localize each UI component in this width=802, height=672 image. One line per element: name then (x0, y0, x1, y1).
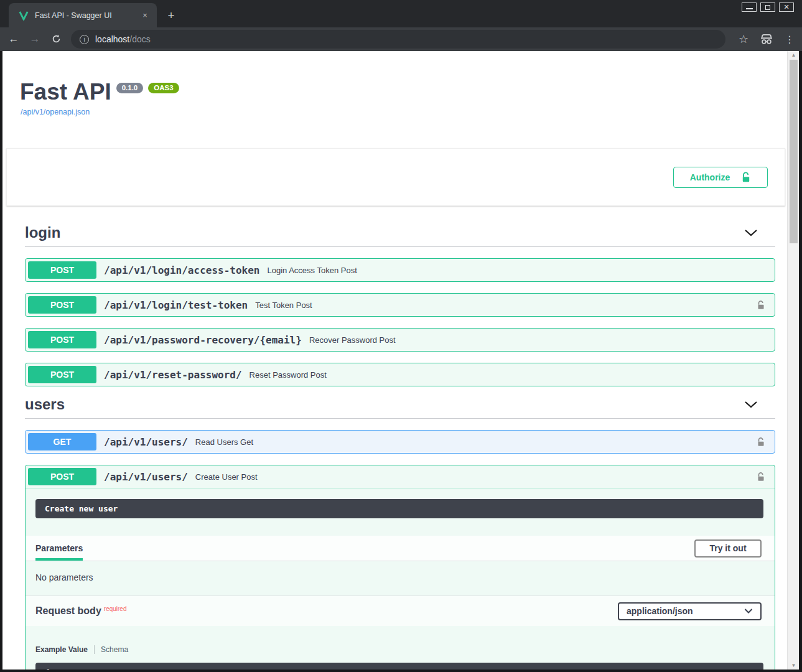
section-rows: POST /api/v1/login/access-token Login Ac… (25, 258, 775, 386)
new-tab-button[interactable]: + (163, 7, 179, 24)
unlocked-padlock-icon (757, 437, 765, 447)
auth-lock-button[interactable] (757, 437, 767, 447)
window-close-button[interactable]: ✕ (779, 2, 794, 12)
version-badge: 0.1.0 (116, 83, 144, 93)
endpoint-opblock: POST /api/v1/login/test-token Test Token… (25, 293, 775, 317)
method-badge: POST (28, 366, 96, 383)
openapi-spec-link[interactable]: /api/v1/openapi.json (21, 108, 90, 116)
auth-lock-button[interactable] (757, 300, 767, 310)
browser-window: Fast API - Swagger UI × + ✕ ← → i localh… (0, 0, 802, 672)
back-button[interactable]: ← (6, 32, 21, 47)
model-example-tabs: Example Value Schema (35, 645, 128, 654)
section-rows: GET /api/v1/users/ Read Users Get POST /… (25, 430, 775, 670)
endpoint-opblock: POST /api/v1/login/access-token Login Ac… (25, 258, 775, 282)
tab-close-icon[interactable]: × (139, 10, 151, 21)
endpoint-opblock: POST /api/v1/reset-password/ Reset Passw… (25, 363, 775, 386)
window-minimize-button[interactable] (742, 2, 757, 12)
swagger-page: Fast API 0.1.0 OAS3 /api/v1/openapi.json… (2, 51, 787, 670)
endpoint-path: /api/v1/login/access-token (104, 264, 259, 276)
tab-title: Fast API - Swagger UI (35, 11, 139, 20)
url-text[interactable]: localhost/docs (95, 34, 151, 44)
oas3-badge: OAS3 (148, 83, 179, 93)
endpoint-opblock: POST /api/v1/users/ Create User Post Cre… (25, 465, 775, 670)
request-body-text: Request body (35, 605, 101, 616)
section-header[interactable]: login (25, 220, 775, 245)
fastapi-favicon-icon (19, 11, 29, 21)
method-badge: POST (28, 261, 96, 279)
parameters-tab[interactable]: Parameters (35, 543, 83, 553)
section-divider (25, 418, 775, 419)
scrollbar-up-arrow[interactable]: ▲ (788, 51, 800, 59)
method-badge: POST (28, 468, 96, 485)
endpoint-description: Reset Password Post (249, 370, 767, 380)
authorize-button[interactable]: Authorize (673, 167, 768, 188)
chevron-down-icon[interactable] (744, 229, 758, 236)
section-title: login (25, 224, 744, 241)
chevron-down-icon[interactable] (744, 401, 758, 408)
section-title: users (25, 396, 744, 413)
content-type-select[interactable]: application/json (618, 602, 762, 620)
bookmark-star-icon[interactable]: ☆ (735, 32, 752, 46)
endpoint-opblock: POST /api/v1/password-recovery/{email} R… (25, 328, 775, 352)
endpoint-summary[interactable]: POST /api/v1/reset-password/ Reset Passw… (26, 363, 775, 386)
parameters-header: Parameters Try it out (26, 536, 775, 561)
incognito-icon (757, 34, 776, 45)
method-badge: POST (28, 331, 96, 348)
opblock-body: Create new user Parameters Try it out No… (26, 488, 775, 670)
forward-button[interactable]: → (27, 32, 42, 47)
request-body-row: Request bodyrequired application/json (26, 595, 775, 626)
scrollbar-thumb[interactable] (790, 60, 798, 243)
browser-toolbar: ← → i localhost/docs ☆ ⋮ (0, 27, 802, 51)
api-title: Fast API 0.1.0 OAS3 (20, 79, 179, 105)
tab-strip: Fast API - Swagger UI × + ✕ (0, 0, 802, 27)
endpoint-description: Create User Post (195, 472, 757, 482)
page-info-icon[interactable]: i (80, 35, 89, 44)
window-maximize-button[interactable] (760, 2, 775, 12)
maximize-icon (765, 5, 770, 10)
request-body-label: Request bodyrequired (35, 605, 127, 617)
url-host: localhost (95, 34, 129, 44)
required-label: required (104, 605, 127, 612)
endpoint-path: /api/v1/users/ (104, 471, 188, 483)
scrollbar-down-arrow[interactable]: ▼ (788, 661, 800, 670)
endpoint-path: /api/v1/users/ (104, 436, 188, 448)
api-title-text: Fast API (20, 79, 111, 105)
try-it-out-button[interactable]: Try it out (694, 539, 762, 558)
operation-description: Create new user (35, 499, 763, 518)
endpoint-summary[interactable]: POST /api/v1/users/ Create User Post (26, 465, 775, 488)
endpoint-description: Login Access Token Post (267, 266, 767, 275)
endpoint-summary[interactable]: GET /api/v1/users/ Read Users Get (26, 431, 775, 453)
endpoint-description: Test Token Post (255, 301, 757, 310)
content-type-value: application/json (627, 606, 693, 616)
scheme-container: Authorize (6, 148, 785, 206)
reload-icon (51, 34, 62, 44)
unlocked-padlock-icon (741, 172, 751, 183)
endpoint-path: /api/v1/login/test-token (104, 299, 248, 311)
endpoint-summary[interactable]: POST /api/v1/password-recovery/{email} R… (26, 329, 775, 351)
toolbar-right-icons: ☆ ⋮ (735, 32, 802, 46)
authorize-label: Authorize (690, 172, 730, 182)
endpoint-description: Read Users Get (195, 437, 757, 447)
unlocked-padlock-icon (757, 472, 765, 482)
endpoint-summary[interactable]: POST /api/v1/login/access-token Login Ac… (26, 259, 775, 281)
method-badge: GET (28, 433, 96, 450)
browser-menu-icon[interactable]: ⋮ (782, 34, 797, 45)
schema-tab[interactable]: Schema (101, 645, 128, 654)
url-path: /docs (129, 34, 150, 44)
browser-tab[interactable]: Fast API - Swagger UI × (9, 3, 157, 27)
page-scrollbar[interactable]: ▲ ▼ (787, 51, 799, 670)
section-divider (25, 246, 775, 247)
tab-separator (94, 645, 95, 654)
example-value-tab[interactable]: Example Value (35, 645, 88, 654)
example-code-block[interactable]: { (35, 663, 763, 670)
endpoint-opblock: GET /api/v1/users/ Read Users Get (25, 430, 775, 454)
method-badge: POST (28, 296, 96, 314)
endpoint-summary[interactable]: POST /api/v1/login/test-token Test Token… (26, 294, 775, 316)
address-bar[interactable]: i localhost/docs (71, 30, 725, 49)
close-icon: ✕ (783, 4, 789, 11)
auth-lock-button[interactable] (757, 472, 767, 482)
section-header[interactable]: users (25, 392, 775, 417)
chevron-down-icon (744, 609, 753, 614)
reload-button[interactable] (49, 32, 63, 47)
no-parameters-text: No parameters (35, 572, 93, 582)
